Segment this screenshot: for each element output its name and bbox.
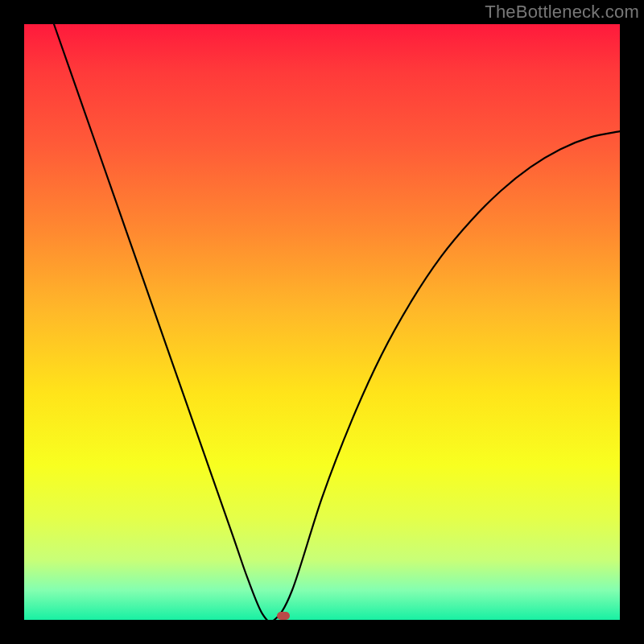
bottleneck-curve [54,24,620,621]
chart-frame: TheBottleneck.com [0,0,644,644]
plot-area [24,24,620,620]
watermark-text: TheBottleneck.com [485,2,639,23]
optimum-marker [277,612,290,620]
curve-svg [24,24,620,620]
